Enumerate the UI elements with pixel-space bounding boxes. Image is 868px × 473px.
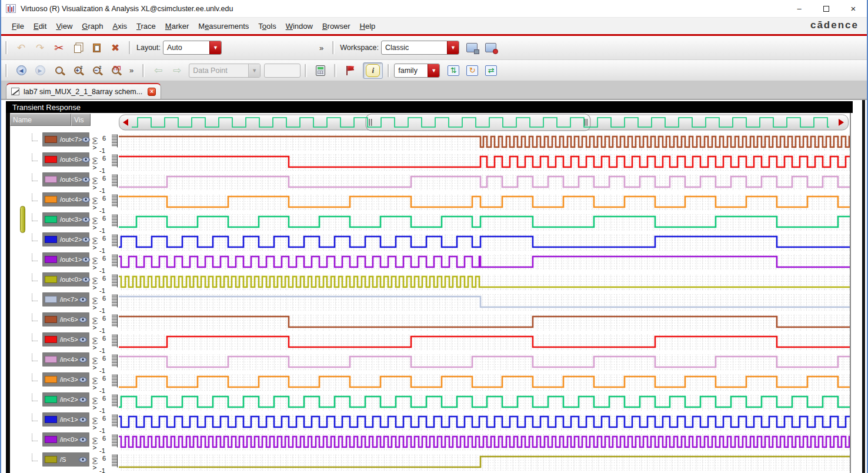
signal-chip-out7[interactable]: /out<7>	[42, 132, 89, 146]
signal-row-in0: /in<0>	[10, 432, 91, 447]
graph-left-frame	[6, 113, 10, 473]
signal-chip-in2[interactable]: /in<2>	[42, 392, 89, 407]
signal-chip-in7[interactable]: /in<7>	[42, 292, 89, 307]
family-dropdown-arrow[interactable]: ▼	[428, 64, 439, 77]
navigate-dropdown-arrow[interactable]: ▼	[248, 64, 260, 77]
family-dropdown[interactable]: family ▼	[394, 64, 440, 78]
workspace-dropdown[interactable]: Classic ▼	[381, 41, 459, 55]
signal-chip-in4[interactable]: /in<4>	[42, 352, 89, 367]
visibility-eye-icon[interactable]	[79, 417, 87, 422]
zoom-fit-button[interactable]	[50, 62, 68, 79]
overview-scrollbar[interactable]	[119, 114, 850, 131]
visibility-eye-icon[interactable]	[82, 177, 90, 182]
signal-chip-in5[interactable]: /in<5>	[42, 332, 89, 347]
fit-xy-button[interactable]: ⇄	[482, 62, 500, 79]
menu-tools[interactable]: Tools	[253, 19, 281, 33]
waveform-plot-area[interactable]: V (V)6-1V (V)6-1V (V)6-1V (V)6-1V (V)6-1…	[91, 131, 850, 473]
visibility-eye-icon[interactable]	[79, 357, 87, 362]
tab-close-icon[interactable]: ×	[148, 88, 156, 96]
paste-button[interactable]	[88, 39, 105, 56]
navigate-value-input[interactable]	[264, 64, 301, 78]
zoom-waveform-button[interactable]: ∏∏	[106, 62, 124, 79]
menu-window[interactable]: Window	[281, 19, 318, 33]
menu-graph[interactable]: Graph	[77, 19, 108, 33]
waveform-svg: V (V)6-1V (V)6-1V (V)6-1V (V)6-1V (V)6-1…	[91, 131, 850, 473]
delete-button[interactable]: ✖	[106, 39, 124, 56]
menu-help[interactable]: Help	[355, 19, 380, 33]
menu-trace[interactable]: Trace	[132, 19, 161, 33]
marker-next-button[interactable]: ⇨	[168, 62, 186, 79]
copy-button[interactable]	[69, 39, 86, 56]
visibility-eye-icon[interactable]	[79, 317, 87, 322]
visibility-eye-icon[interactable]	[79, 377, 87, 382]
visibility-eye-icon[interactable]	[82, 217, 90, 222]
zoom-in-button[interactable]: +2	[69, 62, 86, 79]
visibility-eye-icon[interactable]	[82, 277, 90, 282]
tree-connector	[32, 254, 38, 261]
cut-button[interactable]: ✂	[50, 39, 68, 56]
signal-chip-out0[interactable]: /out<0>	[42, 272, 89, 287]
layout-dropdown-arrow[interactable]: ▼	[209, 41, 221, 54]
visibility-eye-icon[interactable]	[79, 397, 87, 402]
signal-name-label: /out<7>	[60, 136, 82, 143]
visibility-eye-icon[interactable]	[79, 457, 87, 462]
menu-view[interactable]: View	[51, 19, 77, 33]
menu-browser[interactable]: Browser	[318, 19, 355, 33]
workspace-dropdown-arrow[interactable]: ▼	[447, 41, 459, 54]
signal-chip-out2[interactable]: /out<2>	[42, 232, 89, 247]
next-view-button[interactable]: ▶	[31, 62, 49, 79]
menu-measurements[interactable]: Measurements	[193, 19, 253, 33]
selected-strip-indicator[interactable]	[20, 206, 25, 233]
visibility-eye-icon[interactable]	[82, 237, 90, 242]
menu-axis[interactable]: Axis	[108, 19, 132, 33]
signal-name-label: /out<5>	[60, 176, 82, 183]
toolbar-overflow-chevron[interactable]: »	[129, 66, 133, 75]
toolbar-handle[interactable]	[5, 41, 8, 54]
swap-sweep-button[interactable]: ⇅	[445, 62, 462, 79]
signal-row-in4: /in<4>	[10, 352, 91, 367]
visibility-eye-icon[interactable]	[79, 437, 87, 442]
marker-previous-button[interactable]: ⇦	[149, 62, 167, 79]
signal-row-out6: /out<6>	[10, 152, 91, 166]
signal-chip-out3[interactable]: /out<3>	[42, 212, 89, 226]
undo-button[interactable]: ↶	[12, 39, 30, 56]
visibility-eye-icon[interactable]	[79, 337, 87, 342]
maximize-button[interactable]	[813, 0, 840, 17]
menu-edit[interactable]: Edit	[29, 19, 51, 33]
visibility-eye-icon[interactable]	[79, 297, 87, 302]
menu-marker[interactable]: Marker	[161, 19, 193, 33]
visibility-eye-icon[interactable]	[82, 137, 90, 142]
signal-chip-in0[interactable]: /in<0>	[42, 432, 89, 447]
toolbar-handle[interactable]	[5, 64, 8, 77]
redo-button[interactable]: ↷	[31, 39, 49, 56]
signal-chip-out5[interactable]: /out<5>	[42, 172, 89, 186]
previous-view-button[interactable]: ◀	[12, 62, 30, 79]
zoom-out-button[interactable]: −2	[88, 62, 105, 79]
refresh-plot-button[interactable]: ↻	[463, 62, 481, 79]
signal-chip-out1[interactable]: /out<1>	[42, 252, 89, 267]
visibility-eye-icon[interactable]	[82, 157, 90, 162]
menu-file[interactable]: File	[7, 19, 29, 33]
toolbar-overflow-chevron[interactable]: »	[319, 44, 323, 52]
delete-workspace-button[interactable]	[482, 39, 499, 56]
signal-chip-in3[interactable]: /in<3>	[42, 372, 89, 387]
signal-chip-out6[interactable]: /out<6>	[42, 152, 89, 166]
save-workspace-button[interactable]	[463, 39, 480, 56]
signal-chip-out4[interactable]: /out<4>	[42, 192, 89, 206]
signal-chip-in6[interactable]: /in<6>	[42, 312, 89, 327]
calculator-button[interactable]	[312, 62, 329, 79]
label-info-button[interactable]: i	[363, 62, 383, 79]
close-button[interactable]: ×	[840, 0, 867, 17]
flag-button[interactable]	[341, 62, 359, 79]
signal-chip-S[interactable]: /S	[42, 452, 89, 467]
tab-sim-mux[interactable]: lab7 sim_MUX_2_1_8array schem... ×	[6, 83, 161, 99]
signal-row-out1: /out<1>	[10, 252, 91, 267]
minimize-button[interactable]: –	[786, 0, 813, 17]
layout-dropdown[interactable]: Auto ▼	[163, 41, 222, 55]
visibility-eye-icon[interactable]	[82, 197, 90, 202]
strip-y-min: -1	[99, 447, 105, 454]
signal-chip-in1[interactable]: /in<1>	[42, 412, 89, 427]
toolbar-separator	[388, 64, 390, 77]
visibility-eye-icon[interactable]	[82, 257, 90, 262]
navigate-mode-dropdown[interactable]: Data Point ▼	[189, 64, 261, 78]
